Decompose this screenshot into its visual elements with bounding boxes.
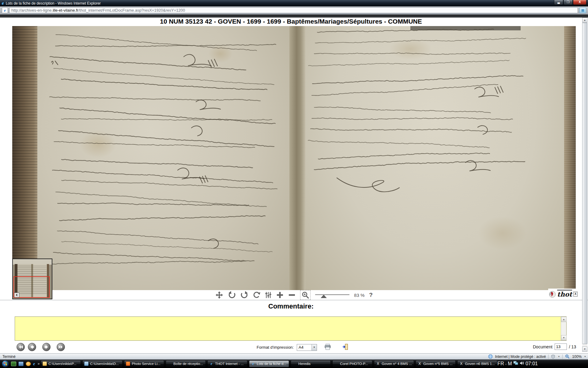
excel-icon: X	[417, 362, 422, 366]
url-prefix: http://archives-en-ligne.	[11, 8, 53, 13]
taskbar-item[interactable]: eTHOT Internet - ...	[207, 360, 247, 367]
restore-button[interactable]: ❐	[564, 0, 573, 5]
page-zoom-icon	[565, 354, 570, 359]
taskbar-item[interactable]: Photo Service Li...	[124, 360, 164, 367]
scroll-up-icon[interactable]: ▲	[582, 17, 587, 23]
folder-icon	[84, 362, 89, 366]
network-tray-icon[interactable]	[513, 361, 518, 365]
rotate-right-icon[interactable]	[240, 291, 248, 299]
print-format-select[interactable]: A4 ▼	[297, 344, 317, 351]
window-titlebar[interactable]: e Lots de la fiche de description - Wind…	[0, 0, 588, 6]
pan-icon[interactable]	[215, 291, 223, 299]
exit-button[interactable]	[342, 343, 349, 351]
document-label: Document	[533, 344, 552, 349]
viewer-toolbar: 83 % ?	[12, 290, 576, 300]
document-total: / 13	[569, 344, 576, 349]
divider	[562, 355, 563, 359]
chevron-down-icon[interactable]: ▼	[584, 355, 586, 358]
chevron-down-icon[interactable]: ▼	[558, 355, 560, 358]
reset-rotation-icon[interactable]	[253, 291, 260, 299]
volume-tray-icon[interactable]	[520, 361, 524, 365]
comment-label: Commentaire:	[0, 302, 582, 310]
security-zone-text: Internet | Mode protégé : activé	[495, 355, 546, 359]
thumbnail-navigator[interactable]: X	[12, 259, 52, 299]
ie-quicklaunch-icon[interactable]: e	[33, 361, 35, 366]
window-switcher-icon[interactable]	[18, 362, 24, 366]
thot-logo-text: thot	[557, 290, 572, 298]
help-button[interactable]: ?	[369, 292, 373, 298]
ie-logo-icon: e	[2, 1, 4, 6]
thot-logo-icon	[548, 289, 556, 299]
protected-mode-icon	[551, 355, 555, 359]
window-title: Lots de la fiche de description - Window…	[6, 1, 101, 6]
status-bar: Terminé Internet | Mode protégé : activé…	[0, 353, 588, 359]
status-text: Terminé	[0, 355, 488, 359]
separator-line	[0, 300, 588, 300]
taskbar-item[interactable]: Boîte de réceptio...	[166, 360, 206, 367]
comment-scrollbar[interactable]: ▲ ▼	[561, 317, 566, 340]
zoom-slider-track[interactable]	[315, 294, 349, 295]
minimize-button[interactable]: ▃	[554, 0, 563, 5]
print-format-value: A4	[297, 345, 311, 350]
thot-logo: thot X	[548, 289, 578, 300]
ie-icon: e	[209, 362, 213, 366]
zoom-out-icon[interactable]	[288, 291, 296, 299]
comment-textarea[interactable]	[15, 316, 567, 341]
viewer-close-button[interactable]: X	[573, 292, 578, 297]
divider	[548, 355, 548, 359]
taskbar-item[interactable]: XGoven n° 4 BMS ...	[374, 360, 414, 367]
bottom-controls: Format d'impression: A4 ▼ Document / 13	[0, 342, 588, 353]
manuscript-viewer[interactable]	[12, 26, 576, 290]
page-favicon-icon: e	[2, 7, 8, 13]
taskbar-item[interactable]: Heredis	[291, 360, 331, 367]
previous-document-button[interactable]	[28, 343, 36, 351]
first-document-button[interactable]	[17, 343, 25, 351]
ie-icon: e	[251, 362, 255, 366]
page-zoom-value[interactable]: 100%	[572, 355, 582, 359]
next-document-button[interactable]	[42, 343, 51, 351]
zoom-slider-thumb[interactable]	[321, 295, 327, 298]
system-tray: FR ‹ M 07:01	[497, 361, 538, 366]
taskbar-item[interactable]: XGoven n°5 BMS ...	[416, 360, 456, 367]
folder-icon	[43, 362, 47, 366]
excel-icon: X	[459, 362, 463, 366]
document-title: 10 NUM 35123 42 - GOVEN - 1699 - 1699 - …	[0, 18, 582, 25]
rotate-left-icon[interactable]	[228, 291, 236, 299]
address-bar: e http://archives-en-ligne.ille-et-vilai…	[0, 6, 588, 14]
document-number-input[interactable]	[555, 343, 567, 350]
close-button[interactable]: X	[573, 0, 586, 5]
zoom-slider[interactable]	[315, 292, 349, 298]
show-desktop-icon[interactable]	[11, 362, 16, 366]
mcafee-tray-icon[interactable]: M	[508, 361, 512, 366]
clock[interactable]: 07:01	[526, 361, 538, 366]
chevron-down-icon[interactable]: ▼	[311, 344, 317, 351]
url-domain: ille-et-vilaine.fr	[53, 8, 78, 13]
magnifier-tool-icon[interactable]	[300, 290, 311, 300]
outlook-icon	[168, 362, 172, 366]
scroll-up-icon[interactable]: ▲	[561, 317, 567, 322]
zoom-in-icon[interactable]	[276, 291, 284, 299]
taskbar-item[interactable]: C:\Users\nilda\D...	[82, 360, 123, 367]
corel-icon	[334, 362, 338, 366]
taskbar-item[interactable]: XGoven n6 BMS 1...	[457, 360, 497, 367]
scrollbar-thumb[interactable]	[582, 23, 587, 344]
quicklaunch-overflow-icon[interactable]: »	[38, 362, 40, 366]
scroll-down-icon[interactable]: ▼	[561, 335, 567, 340]
print-button[interactable]	[324, 343, 331, 351]
taskbar-item-active[interactable]: eLots de la fiche d...	[249, 360, 289, 367]
outlook-quicklaunch-icon[interactable]	[26, 362, 31, 366]
language-indicator[interactable]: FR	[497, 361, 504, 366]
page-scrollbar[interactable]: ▲ ▼	[582, 17, 587, 352]
tray-expand-icon[interactable]: ‹	[505, 362, 507, 366]
photo-service-icon	[126, 362, 130, 366]
thumbnail-close-button[interactable]: X	[14, 293, 19, 297]
command-strip	[0, 14, 588, 17]
heredis-icon	[292, 362, 297, 366]
taskbar-item[interactable]: Corel PHOTO-P...	[332, 360, 372, 367]
compatibility-view-icon[interactable]: ▦	[579, 7, 586, 13]
url-input[interactable]: http://archives-en-ligne.ille-et-vilaine…	[9, 7, 578, 13]
last-document-button[interactable]	[57, 343, 65, 351]
taskbar-item[interactable]: C:\Users\nilda\P...	[41, 360, 81, 367]
levels-adjust-icon[interactable]	[265, 291, 272, 299]
start-button[interactable]	[2, 360, 9, 368]
